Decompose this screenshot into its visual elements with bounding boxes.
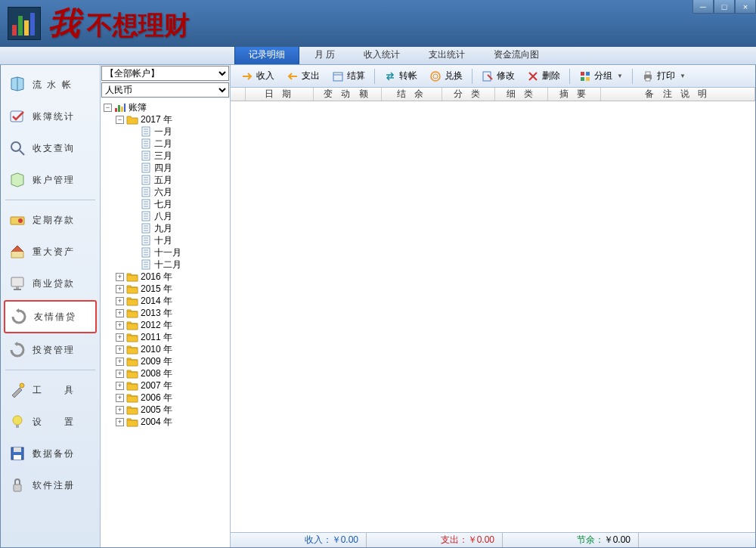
tree-month[interactable]: 十一月 [102,246,228,259]
sidebar-item-backup[interactable]: 数据备份 [4,438,97,469]
maximize-button[interactable]: □ [714,0,735,14]
tree-month[interactable]: 四月 [102,162,228,174]
bulb-icon [8,413,26,431]
tree-root[interactable]: −账簿 [102,101,228,113]
expand-icon[interactable]: + [116,394,124,402]
expand-icon[interactable]: + [116,418,124,426]
tree-month[interactable]: 三月 [102,150,228,162]
col-remark[interactable]: 备 注 说 明 [601,88,755,101]
account-select[interactable]: 【全部帐户】 [101,66,229,81]
sidebar-item-deposit[interactable]: 定期存款 [4,205,97,235]
tree-year[interactable]: +2008 年 [102,367,228,379]
expand-icon[interactable]: + [116,273,124,281]
tree-year[interactable]: +2012 年 [102,319,228,331]
sidebar-item-tools[interactable]: 工 具 [4,375,97,405]
col-amount[interactable]: 变 动 额 [314,88,382,101]
page-icon [140,126,152,137]
tree-label: 账簿 [129,101,147,113]
svg-rect-76 [586,72,590,76]
expense-button[interactable]: 支出 [282,67,324,85]
row-selector-col[interactable] [231,88,246,101]
print-button[interactable]: 打印▼ [637,67,690,85]
tree-year[interactable]: +2006 年 [102,392,228,404]
expand-icon[interactable]: + [116,297,124,305]
grid-header: 日 期 变 动 额 结 余 分 类 细 类 摘 要 备 注 说 明 [231,88,755,101]
tree-year[interactable]: +2005 年 [102,404,228,416]
arrow-left-icon [287,70,299,82]
btn-label: 分组 [594,70,612,82]
tree-year[interactable]: +2011 年 [102,331,228,343]
minimize-button[interactable]: ─ [692,0,714,14]
tree-month[interactable]: 二月 [102,138,228,150]
tree-month[interactable]: 十月 [102,234,228,246]
tree-label: 四月 [154,162,172,174]
col-summary[interactable]: 摘 要 [548,88,601,101]
separator [5,200,95,200]
sidebar-item-settings[interactable]: 设 置 [4,407,97,437]
tree-view[interactable]: −账簿−2017 年一月二月三月四月五月六月七月八月九月十月十一月十二月+201… [101,98,230,547]
settle-button[interactable]: 结算 [327,67,370,85]
income-button[interactable]: 收入 [237,67,279,85]
tree-month[interactable]: 十二月 [102,259,228,271]
monitor-icon [8,274,26,293]
expand-icon[interactable]: + [116,370,124,378]
tree-year[interactable]: +2016 年 [102,271,228,283]
tree-year[interactable]: +2009 年 [102,355,228,367]
expand-icon[interactable]: + [116,285,124,293]
expand-icon[interactable]: + [116,382,124,390]
sidebar-item-query[interactable]: 收支查询 [4,133,97,163]
tree-month[interactable]: 五月 [102,174,228,186]
sidebar-item-invest[interactable]: 投资管理 [4,335,97,365]
transfer-button[interactable]: 转帐 [380,67,422,85]
modify-button[interactable]: 修改 [477,67,519,85]
tree-year[interactable]: +2015 年 [102,283,228,295]
folder-icon [126,416,138,427]
tab-calendar[interactable]: 月 历 [301,45,349,64]
expand-icon[interactable]: + [116,309,124,317]
tree-year[interactable]: +2004 年 [102,416,228,428]
tab-flowchart[interactable]: 资金流向图 [480,45,553,64]
tree-year[interactable]: +2014 年 [102,295,228,307]
sidebar-item-asset[interactable]: 重大资产 [4,237,97,267]
sidebar-item-flow[interactable]: 流 水 帐 [4,70,97,100]
tab-income-stats[interactable]: 收入统计 [350,45,414,64]
separator [472,69,472,84]
tree-month[interactable]: 七月 [102,198,228,210]
grid-body[interactable] [231,101,755,532]
page-icon [140,235,152,246]
tab-expense-stats[interactable]: 支出统计 [415,45,479,64]
tree-year[interactable]: +2007 年 [102,379,228,392]
group-button[interactable]: 分组▼ [575,67,627,85]
expand-icon[interactable]: + [116,358,124,366]
col-balance[interactable]: 结 余 [382,88,442,101]
sidebar-item-account[interactable]: 账户管理 [4,165,97,195]
tree-year-open[interactable]: −2017 年 [102,113,228,125]
expand-icon[interactable]: + [116,406,124,414]
tree-month[interactable]: 八月 [102,210,228,222]
btn-label: 删除 [542,70,560,82]
tree-year[interactable]: +2013 年 [102,307,228,319]
expand-icon[interactable]: + [116,333,124,342]
tree-month[interactable]: 一月 [102,125,228,138]
collapse-icon[interactable]: − [104,104,112,112]
sidebar-item-bookstat[interactable]: 账簿统计 [4,101,97,132]
sidebar-item-friend-loan[interactable]: 友情借贷 [4,300,97,333]
tab-records[interactable]: 记录明细 [234,45,299,64]
currency-select[interactable]: 人民币 [101,82,229,98]
col-date[interactable]: 日 期 [246,88,314,101]
sidebar-item-register[interactable]: 软件注册 [4,470,97,500]
collapse-icon[interactable]: − [116,116,124,124]
expand-icon[interactable]: + [116,321,124,330]
exchange-button[interactable]: 兑换 [425,67,467,85]
col-subcategory[interactable]: 细 类 [495,88,548,101]
close-button[interactable]: × [735,0,756,14]
sidebar-item-loan[interactable]: 商业贷款 [4,268,97,299]
expand-icon[interactable]: + [116,345,124,354]
tree-month[interactable]: 六月 [102,186,228,198]
tree-year[interactable]: +2010 年 [102,343,228,355]
col-category[interactable]: 分 类 [442,88,495,101]
tree-month[interactable]: 九月 [102,222,228,234]
page-icon [140,175,152,185]
delete-button[interactable]: 删除 [522,67,565,85]
status-income-value: ￥0.00 [332,534,358,546]
